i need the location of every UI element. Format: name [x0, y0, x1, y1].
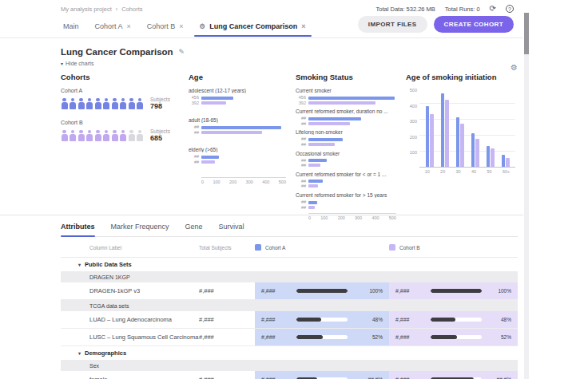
subjects-label: Subjects — [150, 128, 179, 134]
vertical-scrollbar[interactable] — [524, 13, 529, 379]
cohort-b-bar-fill — [431, 289, 482, 293]
cohort-name: Cohort B — [61, 120, 179, 125]
section-row[interactable]: ▾Public Data Sets — [61, 258, 518, 271]
subsection-row[interactable]: Sex — [61, 360, 518, 371]
chart-group: elderly (>65)#### — [189, 147, 286, 164]
subsection-label: TCGA data sets — [61, 300, 518, 311]
age-chart-title: Age — [189, 73, 286, 81]
tab-attributes[interactable]: Attributes — [61, 223, 95, 236]
tab-lung-cancer-comparison[interactable]: ⚙Lung Cancer Comparison× — [193, 18, 313, 38]
scrollbar-thumb[interactable] — [524, 13, 529, 54]
table-row[interactable]: DRAGEN-1kGP v3#,####,###100%#,###100% — [61, 282, 518, 300]
cohort-a-value: #,### — [261, 334, 296, 340]
chart-group: adult (18-65)#### — [189, 117, 286, 135]
chart-group-counts: #### — [296, 136, 306, 147]
chart-group-counts: #### — [296, 179, 306, 189]
cohorts-panel: Cohorts Cohort ASubjects798Cohort BSubje… — [61, 73, 179, 207]
tab-cohort-a[interactable]: Cohort A× — [88, 18, 138, 38]
table-row[interactable]: LUSC – Lung Squamous Cell Carcinoma#,###… — [61, 329, 518, 346]
chart-group-counts: #### — [296, 116, 306, 126]
x-axis: 102030405060+ — [419, 169, 515, 174]
close-tab-icon[interactable]: × — [301, 22, 305, 30]
cohort-b-bar-fill — [431, 318, 455, 322]
chart-group — [426, 106, 434, 167]
cohort-a-cell: #,###52% — [255, 329, 389, 345]
subjects-label: Subjects — [150, 97, 179, 102]
person-icon — [86, 98, 93, 109]
person-icon — [128, 98, 135, 109]
chart-group — [456, 117, 464, 167]
subsection-row[interactable]: DRAGEN 1KGP — [61, 271, 518, 282]
person-icon — [103, 130, 110, 141]
table-row[interactable]: female#,####,#####.#%#,#####.#% — [61, 371, 518, 379]
tab-marker-frequency[interactable]: Marker Frequency — [111, 223, 169, 236]
smoking-status-chart-panel: Smoking Status Current smoker456392Curre… — [296, 73, 396, 207]
cohort-b-bar-track — [431, 318, 482, 322]
cohort-a-bar — [441, 93, 445, 167]
cohort-b-bar — [308, 122, 350, 125]
x-tick-label: 0 — [201, 180, 204, 184]
subsection-label: Sex — [61, 360, 518, 371]
person-icon — [137, 130, 144, 141]
cohort-block-b: Cohort BSubjects685 — [61, 120, 179, 142]
row-total-subjects: #,### — [199, 371, 255, 379]
cohort-a-bar — [308, 180, 323, 183]
cohort-b-bar — [201, 131, 262, 134]
caret-down-icon: ▾ — [78, 262, 81, 267]
tab-survival[interactable]: Survival — [219, 223, 244, 236]
subsection-row[interactable]: TCGA data sets — [61, 300, 518, 311]
smoking-status-chart: Current smoker456392Current reformed smo… — [296, 88, 396, 220]
tab-row: MainCohort A×Cohort B×⚙Lung Cancer Compa… — [0, 16, 523, 38]
cohort-a-bar — [201, 156, 219, 159]
cohort-blocks: Cohort ASubjects798Cohort BSubjects685 — [61, 88, 179, 142]
cohort-b-bar — [506, 158, 510, 167]
close-tab-icon[interactable]: × — [179, 22, 183, 30]
cohort-a-bar-track — [296, 318, 348, 322]
tab-strip: MainCohort A×Cohort B×⚙Lung Cancer Compa… — [56, 18, 313, 38]
edit-title-icon[interactable]: ✎ — [179, 48, 185, 56]
help-icon[interactable]: ? — [506, 5, 514, 13]
breadcrumb-cohorts[interactable]: Cohorts — [121, 6, 142, 13]
hide-charts-toggle[interactable]: ▾ Hide charts — [61, 61, 523, 66]
tab-cohort-b[interactable]: Cohort B× — [140, 18, 191, 38]
cohort-b-percent: 100% — [498, 288, 511, 294]
person-icon — [128, 130, 135, 141]
chart-group — [502, 155, 510, 167]
chart-group-label: Current smoker — [296, 88, 396, 93]
y-tick-label: 100 — [406, 150, 417, 155]
import-files-button[interactable]: IMPORT FILES — [358, 16, 427, 33]
create-cohort-button[interactable]: CREATE COHORT — [434, 16, 514, 33]
table-row[interactable]: LUAD – Lung Adenocarcinoma#,####,###48%#… — [61, 311, 518, 329]
app-window: My analysis project › Cohorts Total Data… — [0, 0, 523, 379]
column-label-header[interactable]: Column Label — [61, 245, 199, 251]
x-tick-label: 300 — [355, 215, 362, 220]
close-tab-icon[interactable]: × — [127, 22, 131, 30]
table-tab-bar: AttributesMarker FrequencyGeneSurvival — [61, 215, 518, 237]
cohort-b-bar-track — [431, 289, 482, 293]
chart-group — [471, 133, 479, 167]
x-tick-label: 20 — [440, 169, 445, 174]
cohort-a-bar — [487, 146, 491, 167]
tab-label: Lung Cancer Comparison — [209, 22, 297, 30]
cohort-a-bar-fill — [296, 318, 321, 322]
row-total-subjects: #,### — [199, 282, 255, 299]
chart-group-label: adolescent (12-17 years) — [189, 88, 286, 93]
chart-group: Current reformed smoker, duration no ...… — [296, 109, 396, 126]
total-subjects-header[interactable]: Total Subjects — [199, 245, 255, 251]
smoking-chart-title: Smoking Status — [296, 73, 396, 81]
plot-area — [419, 88, 515, 168]
section-row[interactable]: ▾Demographics — [61, 346, 518, 360]
cohort-b-bar-fill — [431, 335, 457, 339]
cohort-a-bar-track — [296, 289, 348, 293]
breadcrumb-project[interactable]: My analysis project — [61, 6, 112, 13]
cohort-b-bar — [475, 139, 479, 167]
cohort-b-bar — [308, 143, 335, 146]
chart-settings-gear-icon[interactable]: ⚙ — [511, 63, 518, 72]
count-label: ## — [296, 158, 306, 164]
tab-main[interactable]: Main — [56, 18, 86, 38]
count-label: ## — [296, 163, 306, 168]
chart-group: Current reformed smoker for < or = 1 ...… — [296, 172, 396, 189]
refresh-icon[interactable]: ⟳ — [490, 5, 496, 13]
tab-gene[interactable]: Gene — [185, 223, 203, 236]
tab-label: Cohort B — [147, 22, 176, 30]
